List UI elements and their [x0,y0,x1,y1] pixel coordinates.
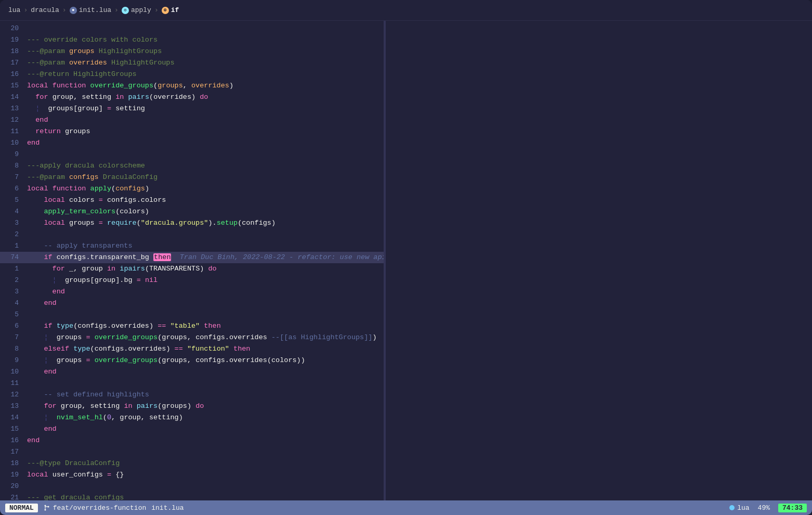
statusline: NORMAL feat/overrides-function init.lua … [0,500,812,515]
line-9: 9 [0,149,384,160]
editor-window: lua › dracula › ● init.lua › ⊙ apply › ⊕… [0,0,812,515]
breadcrumb-lua: lua [8,6,20,14]
line-5: 5 local colors = configs.colors [0,195,384,206]
line-10-end: 10 end [0,137,384,149]
position-badge: 74:33 [778,504,807,512]
breadcrumb-file[interactable]: ● init.lua [70,6,111,14]
line-16a: 16 end [0,435,384,446]
line-10a: 10 end [0,366,384,378]
line-17: 17 ---@param overrides HighlightGroups [0,57,384,69]
line-2-empty: 2 [0,229,384,240]
line-8: 8 ---apply dracula colorscheme [0,160,384,172]
line-3: 3 local groups = require("dracula.groups… [0,217,384,229]
line-13a: 13 for group, setting in pairs(groups) d… [0,401,384,412]
code-panel[interactable]: 20 19 --- override colors with colors 18… [0,21,384,500]
fn-icon: ⊙ [122,7,129,14]
line-21a: 21 --- get dracula configs [0,492,384,500]
line-15a: 15 end [0,423,384,435]
lua-dot-icon [729,505,735,510]
line-9a: 9 ¦ groups = override_groups(groups, con… [0,355,384,366]
line-7a: 7 ¦ groups = override_groups(groups, con… [0,332,384,343]
line-18: 18 ---@param groups HighlightGroups [0,46,384,57]
breadcrumb-dracula: dracula [31,6,59,14]
line-7: 7 ---@param configs DraculaConfig [0,172,384,183]
line-2a: 2 ¦ groups[group].bg = nil [0,275,384,286]
line-12a: 12 -- set defined highlights [0,389,384,401]
language-indicator: lua [729,504,749,512]
svg-point-0 [44,505,46,507]
line-12: 12 end [0,114,384,126]
line-4a: 4 end [0,298,384,309]
line-6a: 6 if type(configs.overrides) == "table" … [0,320,384,332]
status-right: lua 49% 74:33 [729,504,807,512]
line-11a: 11 [0,378,384,389]
branch-info: feat/overrides-function [43,504,146,512]
language-label: lua [737,504,749,512]
line-11: 11 return groups [0,126,384,137]
line-1a: 1 for _, group in ipairs(TRANSPARENTS) d… [0,263,384,275]
line-19: 19 --- override colors with colors [0,34,384,46]
line-19a: 19 local user_configs = {} [0,469,384,481]
git-branch-icon [43,504,50,511]
line-20-top: 20 [0,23,384,34]
branch-name: feat/overrides-function [53,504,146,512]
mode-badge: NORMAL [5,504,38,512]
line-17a: 17 [0,446,384,458]
line-18a: 18 ---@type DraculaConfig [0,458,384,469]
line-16: 16 ---@return HighlightGroups [0,69,384,80]
code-content: 20 19 --- override colors with colors 18… [0,21,384,500]
line-20a: 20 [0,481,384,492]
breadcrumb-apply[interactable]: ⊙ apply [122,6,151,14]
breadcrumb-if[interactable]: ⊕ if [162,6,179,14]
line-13: 13 ¦ groups[group] = setting [0,103,384,114]
right-panel [386,21,812,500]
line-74-current: 74 if configs.transparent_bg then Tran D… [0,252,384,263]
line-8a: 8 elseif type(configs.overrides) == "fun… [0,343,384,355]
percent-indicator: 49% [758,504,770,512]
line-3a: 3 end [0,286,384,298]
svg-point-1 [44,509,46,511]
editor-area: 20 19 --- override colors with colors 18… [0,21,812,500]
line-14: 14 for group, setting in pairs(overrides… [0,92,384,103]
line-15: 15 local function override_groups(groups… [0,80,384,92]
if-icon: ⊕ [162,7,169,14]
file-lua-icon: ● [70,7,77,14]
line-14a: 14 ¦ nvim_set_hl(0, group, setting) [0,412,384,423]
breadcrumb: lua › dracula › ● init.lua › ⊙ apply › ⊕… [0,0,812,21]
line-1-comment: 1 -- apply transparents [0,240,384,252]
line-5a: 5 [0,309,384,320]
filename-status: init.lua [151,504,184,512]
line-4: 4 apply_term_colors(colors) [0,206,384,217]
line-6-apply: 6 local function apply(configs) [0,183,384,195]
